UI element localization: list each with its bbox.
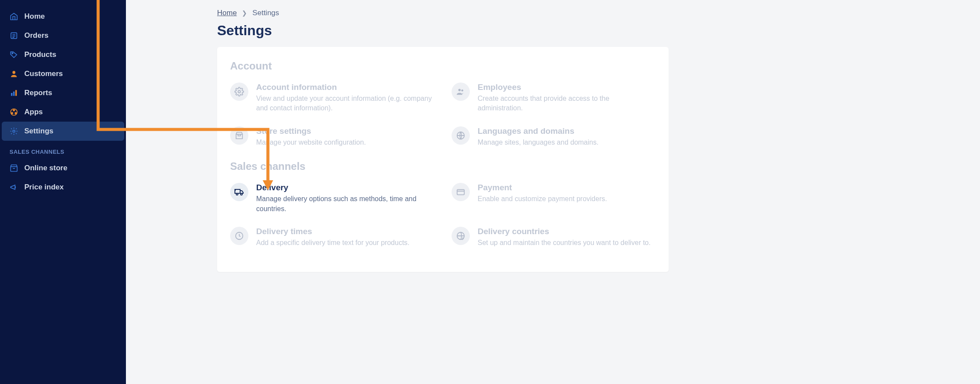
tile-title: Delivery times — [256, 227, 409, 236]
sidebar-item-label: Apps — [24, 108, 43, 116]
sidebar-item-label: Home — [24, 12, 45, 21]
sidebar-item-label: Reports — [24, 89, 52, 97]
sidebar-item-settings[interactable]: Settings — [2, 122, 124, 141]
sidebar-item-online-store[interactable]: Online store — [0, 159, 126, 178]
tile-delivery[interactable]: Delivery Manage delivery options such as… — [230, 183, 434, 214]
sidebar-item-label: Price index — [24, 183, 64, 192]
sidebar-item-label: Orders — [24, 31, 49, 40]
svg-point-12 — [238, 90, 241, 93]
sidebar-item-orders[interactable]: Orders — [0, 26, 126, 45]
apps-icon — [10, 108, 18, 116]
card-icon — [452, 183, 470, 201]
svg-rect-19 — [457, 190, 465, 195]
breadcrumb: Home ❯ Settings — [217, 9, 279, 17]
svg-point-1 — [12, 53, 13, 54]
tile-account-information[interactable]: Account information View and update your… — [230, 83, 434, 113]
svg-point-18 — [241, 193, 242, 195]
tile-payment[interactable]: Payment Enable and customize payment pro… — [452, 183, 656, 214]
sidebar-item-customers[interactable]: Customers — [0, 64, 126, 83]
tile-title: Delivery countries — [478, 227, 650, 236]
svg-point-7 — [13, 109, 14, 111]
tile-title: Delivery — [256, 183, 434, 192]
storefront-icon — [230, 126, 248, 145]
tile-desc: Add a specific delivery time text for yo… — [256, 238, 409, 248]
svg-point-8 — [11, 113, 13, 114]
svg-point-13 — [459, 89, 461, 92]
people-icon — [452, 83, 470, 101]
sidebar-section-title: SALES CHANNELS — [0, 141, 126, 159]
home-icon — [10, 12, 18, 21]
tile-desc: Manage delivery options such as methods,… — [256, 194, 434, 214]
tile-title: Languages and domains — [478, 126, 598, 136]
tile-desc: Manage your website configuration. — [256, 138, 366, 147]
tile-delivery-times[interactable]: Delivery times Add a specific delivery t… — [230, 227, 434, 248]
svg-rect-5 — [15, 90, 16, 96]
page-title: Settings — [217, 23, 272, 39]
tile-title: Payment — [478, 183, 607, 192]
reports-icon — [10, 89, 18, 97]
tile-desc: Enable and customize payment providers. — [478, 194, 607, 204]
svg-rect-3 — [11, 93, 12, 96]
tile-store-settings[interactable]: Store settings Manage your website confi… — [230, 126, 434, 147]
tile-title: Employees — [478, 83, 656, 92]
sidebar-item-label: Online store — [24, 164, 67, 172]
tile-desc: Create accounts that provide access to t… — [478, 94, 656, 113]
products-icon — [10, 50, 18, 59]
settings-icon — [10, 127, 18, 136]
customers-icon — [10, 70, 18, 78]
settings-card: Account Account information View and upd… — [217, 47, 669, 272]
tile-employees[interactable]: Employees Create accounts that provide a… — [452, 83, 656, 113]
group-title-account: Account — [230, 60, 656, 72]
tile-title: Store settings — [256, 126, 366, 136]
sidebar-item-label: Customers — [24, 70, 63, 78]
sidebar-item-label: Products — [24, 50, 56, 59]
svg-point-10 — [13, 130, 15, 132]
svg-point-9 — [15, 113, 16, 114]
store-icon — [10, 164, 18, 172]
svg-rect-11 — [11, 167, 17, 172]
megaphone-icon — [10, 183, 18, 192]
main-content: Home ❯ Settings Settings Account Account… — [126, 0, 980, 384]
breadcrumb-current: Settings — [252, 9, 279, 17]
sidebar-item-price-index[interactable]: Price index — [0, 178, 126, 197]
orders-icon — [10, 31, 18, 40]
sidebar-item-products[interactable]: Products — [0, 45, 126, 64]
globe-icon — [452, 126, 470, 145]
globe-arrow-icon — [452, 227, 470, 245]
tile-delivery-countries[interactable]: Delivery countries Set up and maintain t… — [452, 227, 656, 248]
gear-icon — [230, 83, 248, 101]
sidebar: Home Orders Products Customers Reports A… — [0, 0, 126, 384]
chevron-right-icon: ❯ — [242, 10, 247, 17]
sidebar-item-reports[interactable]: Reports — [0, 83, 126, 103]
sidebar-item-apps[interactable]: Apps — [0, 103, 126, 122]
svg-point-17 — [236, 193, 238, 195]
group-title-sales-channels: Sales channels — [230, 160, 656, 172]
truck-icon — [230, 183, 248, 201]
clock-icon — [230, 227, 248, 245]
tile-title: Account information — [256, 83, 434, 92]
tile-desc: Set up and maintain the countries you wa… — [478, 238, 650, 248]
tile-desc: Manage sites, languages and domains. — [478, 138, 598, 147]
svg-rect-4 — [13, 92, 14, 96]
tile-desc: View and update your account information… — [256, 94, 434, 113]
svg-point-14 — [461, 89, 463, 92]
breadcrumb-home-link[interactable]: Home — [217, 9, 237, 17]
tile-languages-domains[interactable]: Languages and domains Manage sites, lang… — [452, 126, 656, 147]
svg-point-2 — [13, 71, 16, 74]
sidebar-item-label: Settings — [24, 127, 53, 136]
sidebar-item-home[interactable]: Home — [0, 7, 126, 26]
